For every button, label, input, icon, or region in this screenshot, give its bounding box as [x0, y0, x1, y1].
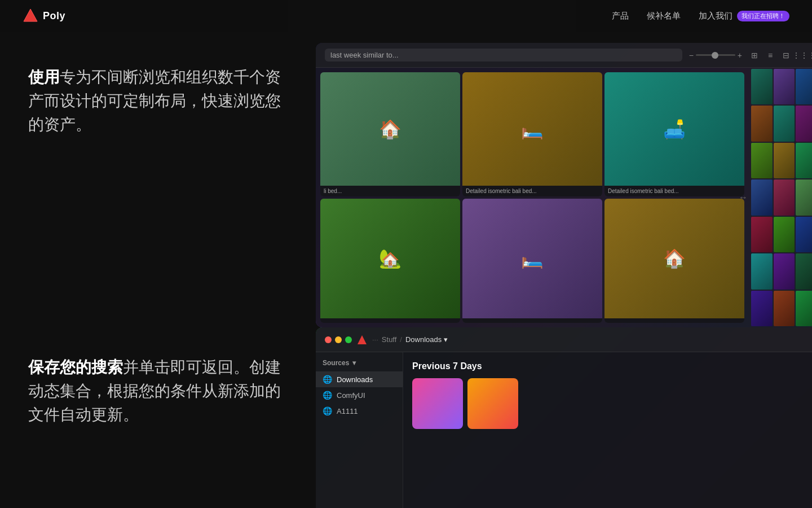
- item-card-1[interactable]: [412, 378, 463, 429]
- main-nav: 产品 候补名单 加入我们 我们正在招聘！: [612, 11, 789, 21]
- thumb-19[interactable]: [796, 217, 812, 252]
- room-iso-4: 🏡: [320, 199, 460, 318]
- logo[interactable]: Poly: [23, 8, 65, 24]
- bottom-right-content: ··· Stuff / Downloads ▾ 🔍: [316, 327, 812, 508]
- app-toolbar: last week similar to... − + ⊞ ≡: [316, 43, 812, 68]
- thumb-visual-23: [796, 253, 812, 289]
- detail-view-icon[interactable]: ⊟: [780, 50, 792, 61]
- thumb-18[interactable]: [774, 217, 795, 252]
- traffic-light-close[interactable]: [325, 336, 332, 343]
- nav-product[interactable]: 产品: [612, 11, 629, 21]
- thumb-26[interactable]: [774, 291, 795, 326]
- image-card-2[interactable]: 🛏️ Detailed isometric bali bed...: [462, 72, 602, 196]
- thumb-visual-26: [774, 291, 795, 326]
- thumb-15[interactable]: [796, 179, 812, 215]
- thumb-5[interactable]: [751, 106, 773, 141]
- card-visual-6: 🏠: [604, 199, 744, 318]
- thumb-visual-27: [796, 291, 812, 326]
- card-label-1: li bed...: [320, 186, 460, 196]
- breadcrumb-slash: /: [400, 335, 402, 344]
- app-window-top: last week similar to... − + ⊞ ≡: [316, 43, 812, 327]
- nav-waitlist[interactable]: 候补名单: [647, 11, 681, 21]
- svg-marker-0: [24, 9, 37, 21]
- thumb-3[interactable]: [796, 69, 812, 104]
- image-card-6[interactable]: 🏠: [604, 199, 744, 323]
- resize-handle[interactable]: ↔: [738, 68, 749, 327]
- image-card-5[interactable]: 🛏️: [462, 199, 602, 323]
- apps-icon[interactable]: ⋮⋮⋮: [798, 50, 810, 61]
- image-card-4[interactable]: 🏡: [320, 199, 460, 323]
- thumb-13[interactable]: [751, 179, 773, 215]
- list-view-icon[interactable]: ≡: [765, 50, 776, 61]
- thumb-visual-9: [751, 143, 773, 178]
- thumb-visual-2: [774, 69, 795, 104]
- thumb-visual-15: [796, 179, 812, 215]
- thumb-9[interactable]: [751, 143, 773, 178]
- room-iso-5: 🛏️: [462, 199, 602, 318]
- downloads-icon: 🌐: [323, 375, 332, 384]
- thumb-6[interactable]: [774, 106, 795, 141]
- zoom-slider[interactable]: − +: [689, 51, 742, 60]
- items-grid: [412, 378, 812, 429]
- thumb-visual-19: [796, 217, 812, 252]
- zoom-minus-icon[interactable]: −: [689, 51, 694, 60]
- thumb-14[interactable]: [774, 179, 795, 215]
- image-card-3[interactable]: 🛋️ Detailed isometric bali bed...: [604, 72, 744, 196]
- room-iso-2: 🛏️: [462, 72, 602, 186]
- thumb-1[interactable]: [751, 69, 773, 104]
- bottom-app-content: Sources ▾ 🌐 Downloads 🌐 ComfyUI: [316, 352, 812, 508]
- thumb-23[interactable]: [796, 253, 812, 289]
- nav-join-text[interactable]: 加入我们: [699, 11, 732, 21]
- sidebar-item-comfyui[interactable]: 🌐 ComfyUI: [316, 387, 403, 403]
- sidebar-item-a1111[interactable]: 🌐 A1111: [316, 403, 403, 419]
- grid-view-icon[interactable]: ⊞: [749, 50, 760, 61]
- hiring-badge[interactable]: 我们正在招聘！: [737, 11, 789, 21]
- sidebar-sources-label: Sources: [323, 359, 349, 367]
- breadcrumb-current-text: Downloads: [405, 335, 442, 344]
- thumb-11[interactable]: [796, 143, 812, 178]
- breadcrumb-separator-1: ···: [372, 335, 378, 344]
- thumb-10[interactable]: [774, 143, 795, 178]
- card-label-6: [604, 318, 744, 323]
- top-text-normal: 专为不间断浏览和组织数千个资产而设计的可定制布局，快速浏览您的资产。: [28, 68, 281, 133]
- thumb-17[interactable]: [751, 217, 773, 252]
- card-label-5: [462, 318, 602, 323]
- item-card-2[interactable]: [467, 378, 518, 429]
- thumb-22[interactable]: [774, 253, 795, 289]
- thumb-25[interactable]: [751, 291, 773, 326]
- thumb-21[interactable]: [751, 253, 773, 289]
- card-visual-3: 🛋️: [604, 72, 744, 186]
- sidebar-item-downloads[interactable]: 🌐 Downloads: [316, 371, 403, 387]
- traffic-light-minimize[interactable]: [335, 336, 342, 343]
- thumb-visual-7: [796, 106, 812, 141]
- bottom-description: 保存您的搜索并单击即可返回。创建动态集合，根据您的条件从新添加的文件自动更新。: [28, 356, 288, 427]
- breadcrumb-parent[interactable]: Stuff: [382, 335, 397, 344]
- top-left-content: 使用专为不间断浏览和组织数千个资产而设计的可定制布局，快速浏览您的资产。: [0, 32, 316, 327]
- breadcrumb-current[interactable]: Downloads ▾: [405, 335, 448, 344]
- slider-track[interactable]: [696, 54, 735, 56]
- search-bar[interactable]: last week similar to...: [325, 49, 682, 62]
- slider-thumb: [712, 52, 718, 59]
- thumb-7[interactable]: [796, 106, 812, 141]
- thumb-visual-13: [751, 179, 773, 215]
- a1111-icon: 🌐: [323, 406, 332, 415]
- section-title: Previous 7 Days: [412, 361, 812, 371]
- thumb-visual-3: [796, 69, 812, 104]
- zoom-plus-icon[interactable]: +: [738, 51, 742, 60]
- top-section: 使用专为不间断浏览和组织数千个资产而设计的可定制布局，快速浏览您的资产。 las…: [0, 0, 812, 327]
- thumb-27[interactable]: [796, 291, 812, 326]
- image-card-1[interactable]: 🏠 li bed...: [320, 72, 460, 196]
- bottom-left-content: 保存您的搜索并单击即可返回。创建动态集合，根据您的条件从新添加的文件自动更新。: [0, 327, 316, 508]
- thumb-visual-17: [751, 217, 773, 252]
- bottom-text-bold: 保存您的搜索: [28, 358, 123, 376]
- thumb-visual-1: [751, 69, 773, 104]
- thumb-2[interactable]: [774, 69, 795, 104]
- app-logo-bottom-icon: [356, 334, 368, 345]
- thumb-visual-14: [774, 179, 795, 215]
- image-cards-grid: 🏠 li bed... 🛏️ Detailed isometric bali b…: [316, 68, 749, 327]
- thumb-visual-11: [796, 143, 812, 178]
- app-window-bottom: ··· Stuff / Downloads ▾ 🔍: [316, 327, 812, 508]
- card-label-3: Detailed isometric bali bed...: [604, 186, 744, 196]
- card-label-2: Detailed isometric bali bed...: [462, 186, 602, 196]
- traffic-light-maximize[interactable]: [345, 336, 352, 343]
